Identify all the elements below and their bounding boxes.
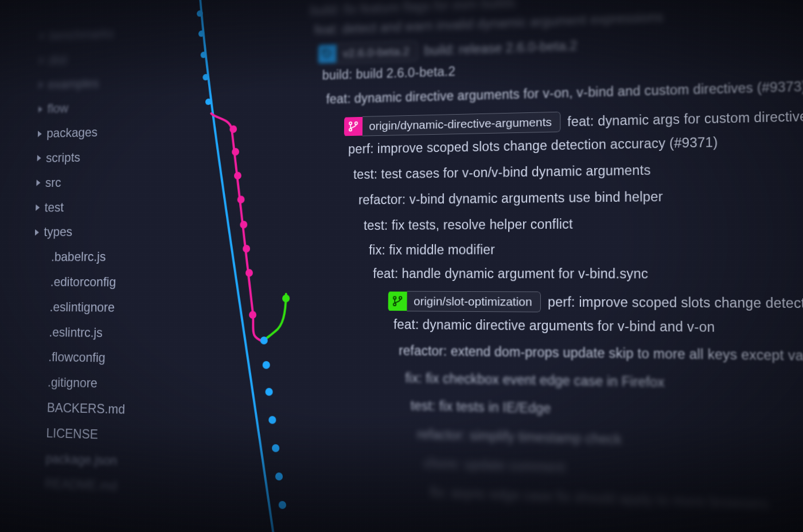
chevron-right-icon	[36, 205, 40, 211]
tree-item-label: package.json	[45, 446, 118, 474]
tree-folder[interactable]: scripts	[13, 143, 178, 171]
commit-row[interactable]: refactor: simplify timestamp check	[417, 427, 622, 448]
chevron-right-icon	[38, 106, 42, 112]
commit-row[interactable]: feat: dynamic directive arguments for v-…	[393, 317, 715, 335]
commit-message: refactor: v-bind dynamic arguments use b…	[358, 189, 663, 208]
commit-row[interactable]: refactor: v-bind dynamic arguments use b…	[358, 189, 663, 208]
git-graph-pane: build: release 2.6.0-beta.2build: fix fe…	[170, 0, 803, 532]
tree-item-label: examples	[48, 71, 99, 97]
svg-point-15	[234, 172, 241, 179]
chevron-right-icon	[41, 33, 45, 40]
svg-point-11	[275, 472, 283, 480]
chevron-right-icon	[38, 131, 42, 137]
commit-row[interactable]: v2.6.0-beta.2build: release 2.6.0-beta.2	[318, 36, 578, 64]
commit-message: fix: async edge case fix should apply to…	[430, 485, 769, 513]
commit-message: perf: improve scoped slots change detect…	[548, 294, 803, 312]
tree-item-label: README.md	[45, 471, 118, 499]
commit-message: feat: dynamic directive arguments for v-…	[326, 79, 803, 107]
commit-row[interactable]: refactor: extend dom-props update skip t…	[399, 343, 803, 364]
commit-row[interactable]: perf: improve scoped slots change detect…	[348, 135, 718, 157]
commit-row[interactable]: test: fix tests in IE/Edge	[411, 398, 551, 416]
commit-message: chore: update comment	[423, 456, 565, 476]
commit-message: test: fix tests in IE/Edge	[411, 398, 551, 416]
tree-item-label: .editorconfig	[50, 269, 116, 295]
tree-item-label: packages	[46, 120, 98, 146]
tree-folder[interactable]: types	[11, 219, 177, 245]
svg-point-20	[249, 311, 256, 319]
tree-item-label: benchmarks	[49, 21, 114, 48]
commit-row[interactable]: fix: fix middle modifier	[369, 242, 495, 257]
tree-item-label: .gitignore	[47, 370, 98, 396]
svg-point-16	[237, 195, 245, 203]
tree-item-label: flow	[47, 96, 69, 122]
tree-item-label: scripts	[46, 145, 81, 170]
tree-file[interactable]: .editorconfig	[10, 269, 176, 295]
tree-file[interactable]: README.md	[3, 470, 171, 502]
commit-row[interactable]: test: test cases for v-on/v-bind dynamic…	[353, 163, 651, 182]
commit-message: build: fix feature flags for esm builds	[310, 0, 516, 18]
svg-point-19	[245, 269, 253, 276]
commit-row[interactable]: fix: fix checkbox event edge case in Fir…	[405, 370, 664, 390]
tree-item-label: .eslintrc.js	[49, 319, 103, 345]
commit-row[interactable]: feat: dynamic directive arguments for v-…	[326, 79, 803, 107]
tree-file[interactable]: .flowconfig	[7, 344, 174, 371]
svg-point-6	[260, 337, 268, 345]
commit-row[interactable]: build: build 2.6.0-beta.2	[322, 64, 455, 83]
git-branch-icon	[388, 292, 407, 311]
tree-folder[interactable]: flow	[15, 93, 180, 122]
chevron-right-icon	[39, 81, 43, 88]
git-branch-icon	[344, 117, 362, 136]
commit-row[interactable]: feat: handle dynamic argument for v-bind…	[373, 266, 648, 282]
commit-message: perf: improve scoped slots change detect…	[348, 135, 718, 157]
tree-file[interactable]: .eslintignore	[9, 295, 176, 321]
tree-item-label: test	[44, 195, 64, 220]
commit-message: fix: fix middle modifier	[369, 242, 495, 257]
commit-message: test: test cases for v-on/v-bind dynamic…	[353, 163, 651, 182]
commit-message: feat: dynamic directive arguments for v-…	[393, 317, 715, 335]
chevron-right-icon	[37, 155, 41, 162]
file-tree: benchmarksdistexamplesflowpackagesscript…	[2, 0, 182, 532]
tree-item-label: .babelrc.js	[51, 244, 106, 269]
svg-point-17	[240, 221, 247, 228]
svg-point-7	[263, 361, 270, 369]
tree-item-label: LICENSE	[46, 420, 98, 447]
tree-item-label: .eslintignore	[49, 295, 115, 320]
chevron-right-icon	[40, 57, 44, 64]
svg-point-14	[232, 148, 239, 155]
commit-message: build: release 2.6.0-beta.2	[424, 38, 578, 58]
chevron-right-icon	[35, 229, 39, 236]
commit-message: build: build 2.6.0-beta.2	[322, 64, 455, 83]
svg-point-12	[279, 501, 286, 509]
badge-label: origin/dynamic-directive-arguments	[362, 112, 560, 136]
commit-row[interactable]: fix: async edge case fix should apply to…	[430, 485, 769, 513]
badge-label: v2.6.0-beta.2	[336, 41, 418, 63]
commit-row[interactable]: origin/dynamic-directive-argumentsfeat: …	[344, 105, 803, 136]
branch-badge[interactable]: origin/dynamic-directive-arguments	[344, 112, 560, 136]
commit-graph	[170, 0, 317, 532]
tree-file[interactable]: .gitignore	[7, 369, 174, 398]
svg-point-9	[268, 416, 276, 424]
svg-point-18	[243, 245, 250, 252]
commit-message: refactor: simplify timestamp check	[417, 427, 622, 448]
commit-message: fix: fix checkbox event edge case in Fir…	[405, 370, 664, 390]
commit-row[interactable]: origin/slot-optimizationperf: improve sc…	[388, 291, 803, 315]
tree-folder[interactable]: packages	[14, 118, 180, 147]
tree-folder[interactable]: test	[12, 194, 178, 220]
tree-file[interactable]: .eslintrc.js	[8, 319, 175, 346]
chevron-right-icon	[36, 179, 40, 186]
commit-message: feat: handle dynamic argument for v-bind…	[373, 266, 648, 282]
tree-item-label: dist	[48, 48, 67, 73]
tree-folder[interactable]: src	[13, 169, 178, 195]
tree-item-label: BACKERS.md	[46, 395, 125, 423]
commit-row[interactable]: chore: update comment	[423, 456, 565, 476]
tag-badge[interactable]: v2.6.0-beta.2	[318, 41, 418, 64]
commit-row[interactable]: test: fix tests, resolve helper conflict	[364, 217, 573, 233]
commit-row[interactable]: build: fix feature flags for esm builds	[310, 0, 516, 18]
tree-file[interactable]: BACKERS.md	[6, 394, 173, 424]
tag-icon	[318, 44, 337, 63]
branch-badge[interactable]: origin/slot-optimization	[388, 291, 541, 312]
commit-message: test: fix tests, resolve helper conflict	[364, 217, 573, 233]
tree-file[interactable]: .babelrc.js	[10, 244, 177, 269]
svg-point-10	[272, 444, 279, 452]
badge-label: origin/slot-optimization	[407, 291, 540, 312]
